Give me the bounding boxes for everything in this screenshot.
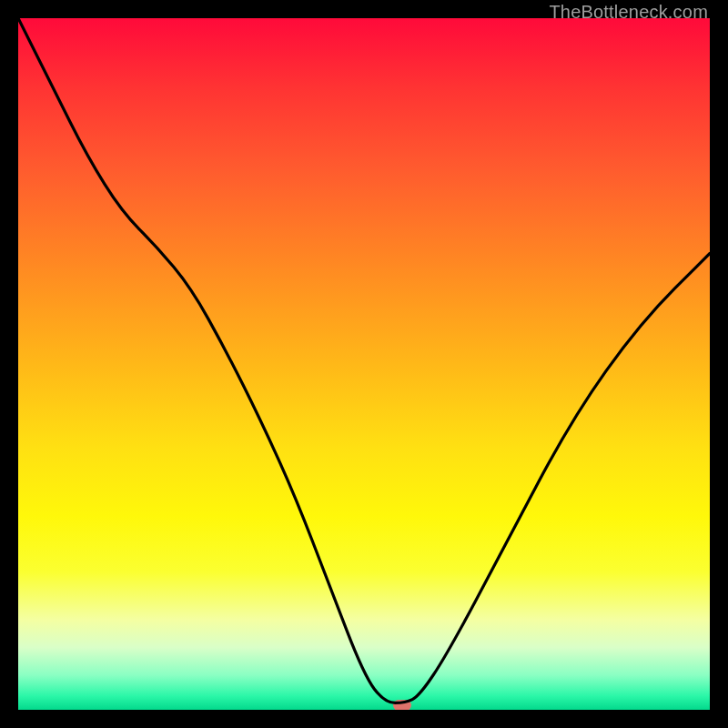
- gradient-background: [18, 18, 710, 710]
- optimum-marker: [393, 700, 411, 710]
- plot-area: [18, 18, 710, 710]
- watermark-text: TheBottleneck.com: [549, 2, 708, 23]
- chart-stage: TheBottleneck.com: [0, 0, 728, 728]
